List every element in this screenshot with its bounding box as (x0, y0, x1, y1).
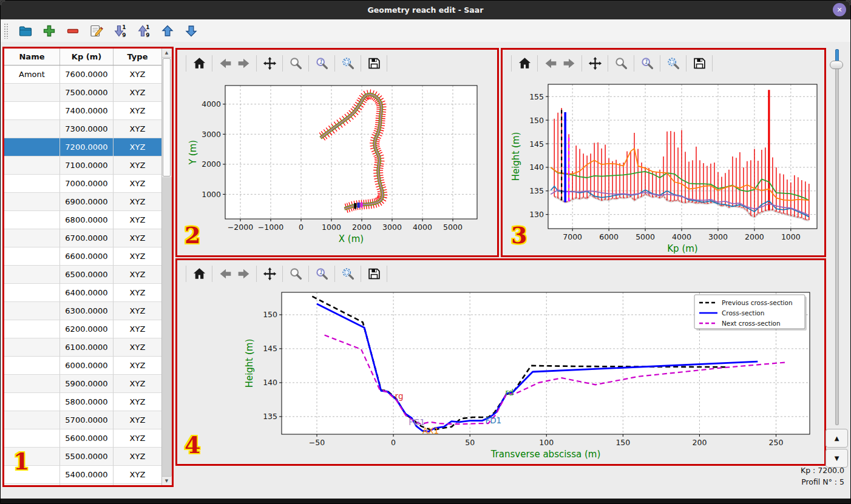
home-icon[interactable] (190, 54, 208, 72)
table-row[interactable]: 6000.0000XYZ (4, 357, 162, 375)
cell-type[interactable]: XYZ (114, 66, 162, 84)
cell-type[interactable]: XYZ (114, 320, 162, 338)
cell-type[interactable]: XYZ (114, 338, 162, 357)
table-row[interactable]: 6600.0000XYZ (4, 247, 162, 266)
zoom-icon[interactable] (286, 54, 305, 72)
cell-type[interactable]: XYZ (114, 357, 162, 375)
cell-type[interactable]: XYZ (114, 448, 162, 466)
add-row-icon[interactable] (41, 23, 57, 39)
table-row[interactable]: 6500.0000XYZ (4, 266, 162, 284)
cell-name[interactable] (4, 466, 60, 484)
back-icon[interactable] (541, 54, 560, 72)
cell-kp[interactable]: 5500.0000 (60, 448, 114, 466)
cell-kp[interactable]: 5400.0000 (60, 466, 114, 484)
table-row[interactable]: 7300.0000XYZ (4, 120, 162, 138)
cell-kp[interactable]: 6200.0000 (60, 320, 114, 338)
cell-name[interactable] (4, 429, 60, 448)
table-row[interactable]: 7200.0000XYZ (4, 138, 162, 156)
table-scrollbar[interactable]: ▲ ▼ (161, 49, 172, 485)
pan-icon[interactable] (586, 54, 604, 72)
forward-icon[interactable] (560, 54, 578, 72)
table-scrollbar-track[interactable] (162, 177, 172, 476)
profile-up-button[interactable]: ▲ (826, 429, 848, 448)
remove-row-icon[interactable] (65, 23, 81, 39)
cell-type[interactable]: XYZ (114, 375, 162, 393)
cell-name[interactable] (4, 320, 60, 338)
back-icon[interactable] (216, 54, 234, 72)
forward-icon[interactable] (234, 54, 253, 72)
column-header[interactable]: Kp (m) (60, 49, 114, 65)
cell-name[interactable] (4, 247, 60, 266)
cell-name[interactable] (4, 175, 60, 193)
cell-kp[interactable]: 6600.0000 (60, 247, 114, 266)
zoom-icon[interactable] (286, 264, 305, 283)
zoom-region-icon[interactable] (339, 264, 357, 283)
cell-name[interactable] (4, 338, 60, 357)
forward-icon[interactable] (234, 264, 253, 283)
cell-type[interactable]: XYZ (114, 229, 162, 247)
table-row[interactable]: 6700.0000XYZ (4, 229, 162, 247)
cell-name[interactable] (4, 302, 60, 320)
table-row[interactable]: 6800.0000XYZ (4, 211, 162, 229)
close-button[interactable]: ✕ (833, 3, 846, 16)
zoom-icon[interactable] (612, 54, 630, 72)
cell-kp[interactable]: 6400.0000 (60, 284, 114, 302)
cell-type[interactable]: XYZ (114, 102, 162, 120)
cell-kp[interactable] (60, 484, 114, 485)
table-row[interactable]: 7000.0000XYZ (4, 175, 162, 193)
home-icon[interactable] (190, 264, 208, 283)
cell-kp[interactable]: 5600.0000 (60, 429, 114, 448)
cell-type[interactable]: XYZ (114, 175, 162, 193)
table-row[interactable]: 7100.0000XYZ (4, 156, 162, 175)
cell-kp[interactable]: 6700.0000 (60, 229, 114, 247)
column-header[interactable]: Type (114, 49, 162, 65)
cell-type[interactable]: XYZ (114, 266, 162, 284)
cell-kp[interactable]: 7300.0000 (60, 120, 114, 138)
titlebar[interactable]: Geometry reach edit - Saar ✕ (1, 1, 850, 19)
cell-name[interactable] (4, 84, 60, 102)
cell-type[interactable]: XYZ (114, 84, 162, 102)
cell-kp[interactable]: 6500.0000 (60, 266, 114, 284)
cell-kp[interactable]: 7000.0000 (60, 175, 114, 193)
profile-slider-handle[interactable] (830, 61, 843, 69)
move-up-icon[interactable] (160, 23, 175, 39)
save-icon[interactable] (690, 54, 708, 72)
cell-type[interactable]: XYZ (114, 120, 162, 138)
cell-name[interactable] (4, 357, 60, 375)
cell-name[interactable] (4, 138, 60, 156)
cell-type[interactable]: XYZ (114, 284, 162, 302)
cell-kp[interactable]: 7600.0000 (60, 66, 114, 84)
profile-slider-track[interactable] (835, 49, 839, 425)
pan-icon[interactable] (260, 264, 279, 283)
edit-icon[interactable] (89, 23, 104, 39)
scroll-down-icon[interactable]: ▼ (162, 476, 171, 485)
zoom-in-icon[interactable]: 1 (638, 54, 656, 72)
open-file-icon[interactable] (18, 23, 33, 39)
cell-type[interactable]: XYZ (114, 466, 162, 484)
cross-section-table[interactable]: NameKp (m)TypeAmont7600.0000XYZ7500.0000… (4, 49, 162, 485)
cell-type[interactable]: XYZ (114, 193, 162, 211)
cell-kp[interactable]: 6800.0000 (60, 211, 114, 229)
cell-type[interactable]: XYZ (114, 429, 162, 448)
cell-name[interactable] (4, 156, 60, 175)
cell-name[interactable] (4, 484, 60, 485)
cell-type[interactable]: XYZ (114, 411, 162, 429)
cell-name[interactable] (4, 266, 60, 284)
cell-name[interactable] (4, 284, 60, 302)
table-row[interactable]: 5900.0000XYZ (4, 375, 162, 393)
cross-section-chart[interactable]: rgFG1AX1FD1rdPrevious cross-sectionCross… (177, 287, 824, 464)
cell-type[interactable]: XYZ (114, 138, 162, 156)
pan-icon[interactable] (260, 54, 279, 72)
cell-name[interactable] (4, 448, 60, 466)
cell-type[interactable]: XYZ (114, 211, 162, 229)
cell-name[interactable] (4, 120, 60, 138)
table-row[interactable]: 6200.0000XYZ (4, 320, 162, 338)
cell-type[interactable]: XYZ (114, 302, 162, 320)
cell-kp[interactable]: 7200.0000 (60, 138, 114, 156)
longitudinal-profile-chart[interactable]: 7000600050004000300020001000130135140145… (503, 76, 824, 255)
back-icon[interactable] (216, 264, 234, 283)
sort-desc-icon[interactable]: 19 (112, 23, 128, 39)
cell-name[interactable]: Amont (4, 66, 60, 84)
zoom-in-icon[interactable]: 1 (313, 54, 331, 72)
table-row[interactable]: Amont7600.0000XYZ (4, 66, 162, 84)
